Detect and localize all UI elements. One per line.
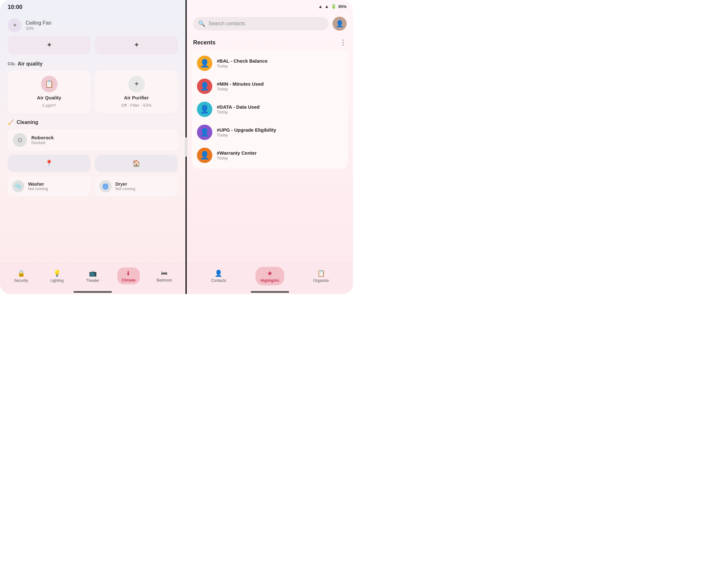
dryer-status: Not running [115, 186, 135, 191]
lock-icon: 🔒 [17, 269, 25, 277]
nav-theater-label: Theater [86, 278, 99, 283]
highlights-icon: ★ [267, 269, 273, 277]
contact-name-bal: #BAL - Check Balance [217, 58, 343, 64]
air-quality-cards: 📋 Air Quality 2 μg/m³ ✦ Air Purifier Off… [8, 71, 178, 113]
contact-avatar-data: 👤 [197, 101, 212, 117]
air-quality-status: 2 μg/m³ [42, 103, 56, 108]
fan-buttons: ✦ ✦ [8, 36, 178, 55]
status-bar-right: ▲ ▲ 🔋 95% [187, 0, 353, 10]
contact-avatar-upg: 👤 [197, 125, 212, 140]
ceiling-fan-header: ✦ Ceiling Fan 33% [8, 18, 178, 32]
air-quality-card[interactable]: 📋 Air Quality 2 μg/m³ [8, 71, 90, 113]
search-icon: 🔍 [198, 20, 205, 27]
nav-climate[interactable]: 🌡 Climate [117, 267, 140, 284]
climate-icon: 🌡 [125, 269, 132, 277]
nav-security-label: Security [14, 278, 28, 283]
fan-btn-2[interactable]: ✦ [95, 36, 178, 55]
contact-name-warranty: #Warranty Center [217, 150, 343, 156]
roborock-row[interactable]: ⊙ Roborock Docked [8, 129, 178, 151]
roborock-name: Roborock [31, 135, 54, 140]
contact-avatar-warranty: 👤 [197, 148, 212, 163]
contact-time-warranty: Today [217, 156, 343, 160]
user-avatar[interactable]: 👤 [332, 16, 347, 31]
search-bar[interactable]: 🔍 Search contacts [193, 17, 329, 30]
contact-avatar-icon-warranty: 👤 [200, 151, 209, 160]
clean-btn-location[interactable]: 📍 [8, 155, 90, 172]
home-bar-line-left [74, 291, 112, 293]
nav-bedroom[interactable]: 🛏 Bedroom [153, 267, 175, 284]
status-bar-left: 10:00 [0, 0, 186, 13]
right-panel: ▲ ▲ 🔋 95% 🔍 Search contacts 👤 Recents ⋮ … [187, 0, 353, 294]
clean-buttons: 📍 🏠 [8, 155, 178, 172]
nav-security[interactable]: 🔒 Security [10, 267, 32, 285]
dryer-icon: 🌀 [100, 180, 112, 193]
contacts-icon: 👤 [214, 269, 223, 277]
bedroom-icon: 🛏 [161, 269, 167, 277]
contact-name-data: #DATA - Data Used [217, 104, 343, 110]
air-quality-icon: 📋 [41, 76, 57, 92]
washer-item[interactable]: 🫧 Washer Not running [8, 176, 90, 196]
search-area: 🔍 Search contacts 👤 [187, 10, 353, 34]
air-purifier-status: Off · Filter - 63% [121, 103, 151, 108]
fan-btn-1[interactable]: ✦ [8, 36, 90, 55]
left-panel: 10:00 ✦ Ceiling Fan 33% ✦ ✦ CO₂ Air qual… [0, 0, 186, 294]
left-scroll-area: ✦ Ceiling Fan 33% ✦ ✦ CO₂ Air quality 📋 … [0, 13, 186, 263]
clock: 10:00 [8, 4, 23, 10]
contact-item-min[interactable]: 👤 #MIN - Minutes Used Today [192, 75, 348, 98]
contact-name-min: #MIN - Minutes Used [217, 81, 343, 87]
contact-time-data: Today [217, 110, 343, 114]
air-purifier-card[interactable]: ✦ Air Purifier Off · Filter - 63% [95, 71, 178, 113]
contact-item-bal[interactable]: 👤 #BAL - Check Balance Today [192, 52, 348, 75]
avatar-icon: 👤 [336, 20, 344, 28]
washer-status: Not running [28, 186, 48, 191]
nav-organize[interactable]: 📋 Organize [307, 267, 336, 285]
battery-icon: 🔋 [331, 4, 337, 9]
roborock-status: Docked [31, 140, 54, 145]
home-bar-right [187, 289, 353, 294]
nav-highlights[interactable]: ★ Highlights [256, 267, 284, 285]
air-purifier-icon: ✦ [128, 76, 145, 92]
contact-avatar-bal: 👤 [197, 55, 212, 71]
washer-icon: 🫧 [12, 180, 24, 193]
signal-icon: ▲ [324, 4, 329, 9]
appliance-row: 🫧 Washer Not running 🌀 Dryer Not running [8, 176, 178, 196]
theater-icon: 📺 [89, 269, 97, 277]
battery-pct: 95% [338, 4, 347, 9]
contact-time-upg: Today [217, 133, 343, 137]
nav-climate-label: Climate [121, 278, 135, 283]
nav-organize-label: Organize [313, 278, 329, 283]
nav-contacts[interactable]: 👤 Contacts [204, 267, 233, 285]
clean-btn-home[interactable]: 🏠 [95, 155, 178, 172]
nav-theater[interactable]: 📺 Theater [82, 267, 104, 285]
contact-avatar-min: 👤 [197, 79, 212, 94]
contact-item-warranty[interactable]: 👤 #Warranty Center Today [192, 144, 348, 167]
air-quality-title: Air quality [17, 61, 42, 67]
divider-handle [185, 137, 187, 157]
contact-time-min: Today [217, 87, 343, 91]
dryer-item[interactable]: 🌀 Dryer Not running [95, 176, 178, 196]
wifi-icon: ▲ [318, 4, 323, 9]
contacts-card: 👤 #BAL - Check Balance Today 👤 #MIN - Mi… [192, 50, 348, 169]
washer-name: Washer [28, 181, 48, 186]
lighting-icon: 💡 [53, 269, 61, 277]
nav-lighting[interactable]: 💡 Lighting [46, 267, 68, 285]
contact-item-upg[interactable]: 👤 #UPG - Upgrade Eligibility Today [192, 121, 348, 144]
phone-divider [186, 0, 187, 294]
cleaning-icon: 🧹 [8, 119, 14, 125]
air-quality-name: Air Quality [37, 95, 62, 100]
contact-item-data[interactable]: 👤 #DATA - Data Used Today [192, 98, 348, 121]
contact-avatar-icon: 👤 [200, 59, 209, 68]
recents-header: Recents ⋮ [187, 34, 353, 50]
cleaning-section-header: 🧹 Cleaning [8, 119, 178, 125]
bottom-nav-right: 👤 Contacts ★ Highlights 📋 Organize [187, 263, 353, 289]
contact-avatar-icon-data: 👤 [200, 105, 209, 114]
home-bar-left [0, 289, 186, 294]
nav-lighting-label: Lighting [50, 278, 64, 283]
contact-avatar-icon-min: 👤 [200, 82, 209, 91]
bottom-nav-left: 🔒 Security 💡 Lighting 📺 Theater 🌡 Climat… [0, 263, 186, 289]
roborock-icon: ⊙ [13, 133, 27, 147]
ceiling-fan-icon: ✦ [8, 18, 22, 32]
air-purifier-name: Air Purifier [124, 95, 149, 100]
recents-more-button[interactable]: ⋮ [340, 38, 347, 47]
search-placeholder: Search contacts [208, 21, 323, 27]
